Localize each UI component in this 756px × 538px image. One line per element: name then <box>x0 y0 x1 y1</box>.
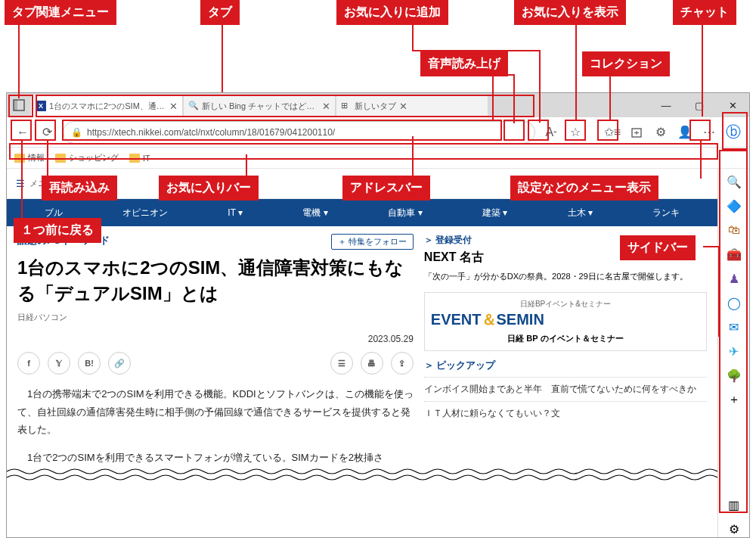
diamond-icon[interactable]: 🔷 <box>726 197 742 214</box>
tab-favicon: X <box>36 101 46 111</box>
favorites-bar: 情報 ショッピング IT <box>7 148 749 169</box>
nav-item[interactable]: オピニオン <box>122 207 168 219</box>
folder-icon <box>55 154 66 163</box>
page-content: ☰ メニュー 日経 ブル オピニオン IT ▾ 電機 ▾ 自動車 ▾ 建築 ▾ … <box>7 169 717 537</box>
tab-title: 新しい Bing チャットではどんなことが <box>202 101 319 112</box>
tab-title: 新しいタブ <box>355 101 396 112</box>
svg-rect-1 <box>14 100 17 110</box>
tab-2[interactable]: 🔍 新しい Bing チャットではどんなことが ✕ <box>184 95 335 117</box>
article-date: 2023.05.29 <box>17 334 414 344</box>
title-bar: X 1台のスマホに2つのSIM、通信障害 ✕ 🔍 新しい Bing チャットでは… <box>7 93 749 117</box>
fav-item[interactable]: IT <box>129 154 150 163</box>
gear-icon[interactable]: ⚙ <box>726 521 742 537</box>
tools-icon[interactable]: 🧰 <box>726 246 742 263</box>
games-icon[interactable]: ♟ <box>726 270 742 287</box>
tree-icon[interactable]: 🌳 <box>726 367 742 384</box>
maximize-button[interactable]: ▢ <box>683 93 716 117</box>
tab-title: 1台のスマホに2つのSIM、通信障害 <box>49 101 166 112</box>
tab-1[interactable]: X 1台のスマホに2つのSIM、通信障害 ✕ <box>31 95 182 117</box>
bing-chat-button[interactable]: ⓑ <box>722 121 745 144</box>
lock-icon: 🔒 <box>71 127 82 138</box>
link-icon[interactable]: 🔗 <box>108 352 131 375</box>
share-row: f 𝕐 B! 🔗 ☰ 🖶 ⇪ <box>17 352 414 375</box>
site-nav: ブル オピニオン IT ▾ 電機 ▾ 自動車 ▾ 建築 ▾ 土木 ▾ ランキ <box>7 199 717 226</box>
search-icon[interactable]: 🔍 <box>726 173 742 190</box>
back-button[interactable]: ← <box>11 121 34 144</box>
wave-divider <box>7 467 717 480</box>
label-tab: タブ <box>200 0 240 25</box>
profile-button[interactable]: 👤 <box>674 121 696 144</box>
twitter-icon[interactable]: 𝕐 <box>48 352 70 375</box>
fav-item[interactable]: ショッピング <box>55 152 119 163</box>
list-icon[interactable]: ☰ <box>330 352 353 375</box>
toolbar: ← ⟳ 🔒 https://xtech.nikkei.com/atcl/nxt/… <box>7 117 749 148</box>
label-voice: 音声読み上げ <box>420 51 508 76</box>
label-tab-menu: タブ関連メニュー <box>5 0 116 25</box>
article-body: 1台で2つのSIMを利用できるスマートフォンが増えている。SIMカードを2枚挿さ <box>17 449 414 466</box>
label-chat: チャット <box>673 0 736 25</box>
facebook-icon[interactable]: f <box>17 352 40 375</box>
label-sidebar: サイドバー <box>620 235 696 260</box>
settings-menu-button[interactable]: ⋯ <box>698 121 720 144</box>
close-button[interactable]: ✕ <box>716 93 749 117</box>
url-text: https://xtech.nikkei.com/atcl/nxt/column… <box>87 127 335 138</box>
collections-button[interactable] <box>625 121 648 144</box>
label-settings-menu: 設定などのメニュー表示 <box>510 176 658 201</box>
folder-icon <box>129 154 140 163</box>
label-back: １つ前に戻る <box>14 218 101 243</box>
list-item[interactable]: インボイス開始まであと半年 直前で慌てないために何をすべきか <box>424 377 707 397</box>
nav-item[interactable]: IT ▾ <box>228 207 243 218</box>
nav-item[interactable]: ブル <box>45 207 63 219</box>
nav-item[interactable]: 建築 ▾ <box>482 207 507 219</box>
label-add-fav: お気に入りに追加 <box>336 0 448 25</box>
address-bar[interactable]: 🔒 https://xtech.nikkei.com/atcl/nxt/colu… <box>63 121 535 144</box>
browser-window: X 1台のスマホに2つのSIM、通信障害 ✕ 🔍 新しい Bing チャットでは… <box>6 92 750 538</box>
add-icon[interactable]: ＋ <box>726 391 742 408</box>
shopping-icon[interactable]: 🛍 <box>726 222 742 238</box>
fav-item[interactable]: 情報 <box>14 152 45 163</box>
tab-3[interactable]: ⊞ 新しいタブ ✕ <box>336 95 488 117</box>
print-icon[interactable]: 🖶 <box>361 352 383 375</box>
close-icon[interactable]: ✕ <box>399 101 407 112</box>
label-reload: 再読み込み <box>42 176 117 201</box>
article-title: 1台のスマホに2つのSIM、通信障害対策にもなる「デュアルSIM」とは <box>17 255 414 306</box>
label-favbar: お気に入りバー <box>159 176 259 201</box>
side-column: ＞ 登録受付 NEXT 名古 「次の一手」が分かるDXの祭典。2028・29日に… <box>424 234 707 467</box>
nav-item[interactable]: ランキ <box>652 207 680 219</box>
edge-sidebar: 🔍 🔷 🛍 🧰 ♟ ◯ ✉ ✈ 🌳 ＋ ▥ ⚙ <box>717 169 749 537</box>
panel-icon[interactable]: ▥ <box>726 496 742 513</box>
send-icon[interactable]: ✈ <box>726 343 742 359</box>
share-icon[interactable]: ⇪ <box>391 352 414 375</box>
nav-item[interactable]: 自動車 ▾ <box>388 207 422 219</box>
label-collection: コレクション <box>582 51 670 76</box>
nav-item[interactable]: 土木 ▾ <box>568 207 593 219</box>
follow-button[interactable]: ＋ 特集をフォロー <box>331 234 414 250</box>
office-icon[interactable]: ◯ <box>726 294 742 311</box>
close-icon[interactable]: ✕ <box>322 101 330 112</box>
bing-icon: 🔍 <box>188 101 199 111</box>
label-show-fav: お気に入りを表示 <box>514 0 626 25</box>
extensions-button[interactable]: ⚙ <box>649 121 672 144</box>
label-address: アドレスバー <box>342 176 430 201</box>
folder-icon <box>14 154 25 163</box>
read-aloud-button[interactable]: A» <box>540 121 562 144</box>
favorites-button[interactable]: ✩≡ <box>601 121 624 144</box>
article-body: 1台の携帯端末で2つのSIMを利用できる機能。KDDIとソフトバンクは、この機能… <box>17 385 414 438</box>
minimize-button[interactable]: ― <box>649 93 683 117</box>
nav-item[interactable]: 電機 ▾ <box>302 207 327 219</box>
close-icon[interactable]: ✕ <box>169 101 178 112</box>
article-source: 日経パソコン <box>17 312 414 323</box>
window-controls: ― ▢ ✕ <box>649 93 749 117</box>
newtab-icon: ⊞ <box>341 101 352 111</box>
list-item[interactable]: ＩＴ人材に頼らなくてもいい？文 <box>424 401 707 421</box>
outlook-icon[interactable]: ✉ <box>726 319 742 335</box>
add-favorite-button[interactable]: ☆ <box>564 121 587 144</box>
hatena-icon[interactable]: B! <box>78 352 101 375</box>
event-banner[interactable]: EVENT＆SEMIN <box>431 309 700 330</box>
